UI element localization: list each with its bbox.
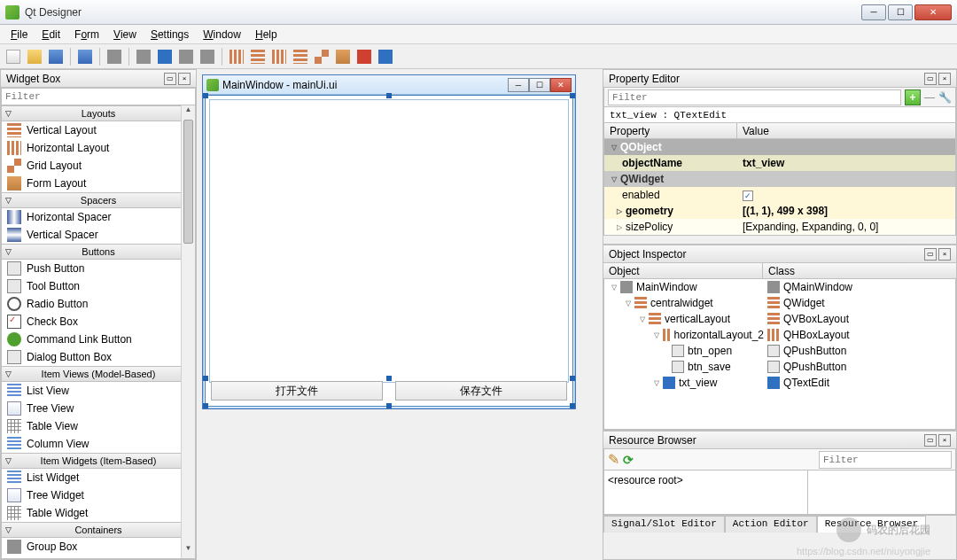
wb-category[interactable]: ▽Item Views (Model-Based) — [2, 366, 195, 382]
rb-edit-icon[interactable]: ✎ — [608, 451, 619, 468]
menu-form[interactable]: Form — [67, 27, 106, 43]
widgetbox-close-button[interactable]: × — [178, 73, 191, 85]
wb-item[interactable]: Dialog Button Box — [2, 348, 195, 366]
pe-row-sizepolicy[interactable]: ▷sizePolicy[Expanding, Expanding, 0, 0] — [604, 219, 955, 235]
pe-close-button[interactable]: × — [938, 73, 951, 85]
wb-item[interactable]: List Widget — [2, 469, 195, 486]
tool-adjustsize[interactable] — [376, 47, 395, 66]
pe-row-geometry[interactable]: ▷geometry[(1, 1), 499 x 398] — [604, 203, 955, 219]
tool-sendback[interactable] — [105, 47, 124, 66]
btn-save[interactable]: 保存文件 — [395, 381, 567, 401]
wb-item[interactable]: Tree Widget — [2, 486, 195, 504]
tool-grid[interactable] — [312, 47, 331, 66]
txtview-widget[interactable] — [209, 99, 569, 383]
form-titlebar[interactable]: MainWindow - mainUi.ui ─ ☐ ✕ — [203, 75, 575, 95]
tool-editbuddies[interactable] — [176, 47, 196, 66]
menu-file[interactable]: File — [4, 27, 35, 43]
rb-tree[interactable]: <resource root> — [604, 471, 808, 514]
wb-item[interactable]: Horizontal Spacer — [2, 208, 195, 226]
btn-open[interactable]: 打开文件 — [211, 381, 383, 401]
tab-signalslot[interactable]: Signal/Slot Editor — [603, 516, 725, 533]
tool-save[interactable] — [46, 47, 66, 66]
oi-row[interactable]: btn_saveQPushButton — [604, 359, 955, 375]
wb-category[interactable]: ▽Layouts — [2, 105, 195, 121]
form-minimize-button[interactable]: ─ — [508, 78, 529, 92]
pe-group-qwidget[interactable]: ▽QWidget — [604, 171, 955, 187]
rb-float-button[interactable]: ▭ — [924, 434, 937, 447]
menu-help[interactable]: Help — [248, 27, 284, 43]
form-maximize-button[interactable]: ☐ — [529, 78, 550, 92]
wb-item[interactable]: Vertical Spacer — [2, 226, 195, 244]
close-button[interactable]: ✕ — [914, 4, 952, 20]
wb-item[interactable]: Push Button — [2, 260, 195, 277]
wb-item[interactable]: Radio Button — [2, 295, 195, 313]
pe-body[interactable]: ▽QObject objectNametxt_view ▽QWidget ena… — [603, 139, 956, 236]
tool-editwidgets[interactable] — [134, 47, 153, 66]
pe-float-button[interactable]: ▭ — [924, 73, 937, 85]
oi-body[interactable]: ▽MainWindowQMainWindow▽centralwidgetQWid… — [603, 279, 956, 430]
oi-row[interactable]: ▽horizontalLayout_2QHBoxLayout — [604, 327, 955, 343]
pe-row-enabled[interactable]: enabled✓ — [604, 187, 955, 203]
tool-open[interactable] — [25, 47, 44, 66]
wb-category[interactable]: ▽Buttons — [2, 244, 195, 260]
wb-category[interactable]: ▽Item Widgets (Item-Based) — [2, 453, 195, 469]
maximize-button[interactable]: ☐ — [888, 4, 913, 20]
wb-item[interactable]: Tree View — [2, 400, 195, 417]
rb-close-button[interactable]: × — [938, 434, 951, 447]
wb-item[interactable]: List View — [2, 382, 195, 400]
widgetbox-body[interactable]: ▽LayoutsVertical LayoutHorizontal Layout… — [1, 105, 196, 559]
pe-config-button[interactable]: 🔧 — [938, 91, 952, 104]
wb-item[interactable]: Check Box — [2, 313, 195, 331]
rb-reload-icon[interactable]: ⟳ — [623, 453, 634, 467]
widgetbox-float-button[interactable]: ▭ — [164, 73, 176, 85]
menu-view[interactable]: View — [106, 27, 144, 43]
tool-saveall[interactable] — [75, 47, 95, 66]
tool-breaklayout[interactable] — [354, 47, 374, 66]
menu-settings[interactable]: Settings — [144, 27, 196, 43]
oi-float-button[interactable]: ▭ — [924, 248, 937, 261]
minimize-button[interactable]: ─ — [861, 4, 886, 20]
tool-formlayout[interactable] — [333, 47, 353, 66]
wb-item[interactable]: Tool Button — [2, 277, 195, 295]
wb-item[interactable]: Grid Layout — [2, 157, 195, 175]
wb-item[interactable]: Group Box — [2, 538, 195, 556]
tab-resource[interactable]: Resource Browser — [817, 516, 927, 533]
menu-window[interactable]: Window — [196, 27, 248, 43]
oi-row[interactable]: ▽MainWindowQMainWindow — [604, 279, 955, 295]
oi-row[interactable]: btn_openQPushButton — [604, 343, 955, 359]
widgetbox-scrollbar[interactable]: ▲ ▼ — [181, 105, 195, 558]
form-body[interactable]: 打开文件 保存文件 — [205, 95, 573, 407]
tool-vlayout[interactable] — [248, 47, 268, 66]
wb-category[interactable]: ▽Containers — [2, 522, 195, 538]
tool-editsignals[interactable] — [155, 47, 175, 66]
oi-row[interactable]: ▽txt_viewQTextEdit — [604, 375, 955, 391]
tab-action[interactable]: Action Editor — [725, 516, 817, 533]
widgetbox-filter-input[interactable] — [1, 88, 196, 105]
pe-add-button[interactable]: + — [905, 89, 921, 105]
wb-category[interactable]: ▽Spacers — [2, 192, 195, 208]
tool-edittabs[interactable] — [198, 47, 217, 66]
form-window[interactable]: MainWindow - mainUi.ui ─ ☐ ✕ 打开文件 保存文件 — [202, 74, 576, 409]
oi-row[interactable]: ▽verticalLayoutQVBoxLayout — [604, 311, 955, 327]
design-surface[interactable]: MainWindow - mainUi.ui ─ ☐ ✕ 打开文件 保存文件 — [197, 69, 603, 560]
rb-filter-input[interactable] — [819, 451, 952, 469]
form-close-button[interactable]: ✕ — [550, 78, 572, 92]
wb-item[interactable]: Vertical Layout — [2, 121, 195, 139]
menu-edit[interactable]: Edit — [35, 27, 67, 43]
wb-item[interactable]: Table Widget — [2, 504, 195, 522]
pe-minus-button[interactable]: — — [924, 91, 935, 104]
wb-item[interactable]: Command Link Button — [2, 331, 195, 348]
wb-item[interactable]: Table View — [2, 417, 195, 435]
pe-filter-input[interactable] — [608, 89, 901, 105]
wb-item[interactable]: Horizontal Layout — [2, 139, 195, 157]
pe-group-qobject[interactable]: ▽QObject — [604, 139, 955, 155]
tool-new[interactable] — [4, 47, 23, 66]
oi-row[interactable]: ▽centralwidgetQWidget — [604, 295, 955, 311]
pe-row-objectname[interactable]: objectNametxt_view — [604, 155, 955, 171]
scrollbar-thumb[interactable] — [183, 120, 193, 244]
wb-item[interactable]: Column View — [2, 435, 195, 453]
tool-hlayout[interactable] — [227, 47, 246, 66]
tool-vsplit[interactable] — [291, 47, 310, 66]
tool-hsplit[interactable] — [269, 47, 289, 66]
wb-item[interactable]: Form Layout — [2, 175, 195, 192]
